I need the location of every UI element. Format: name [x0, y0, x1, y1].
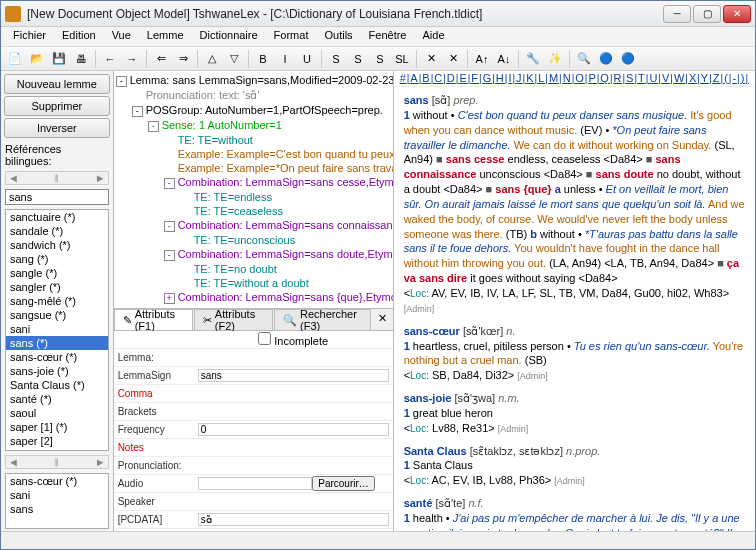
list-item[interactable]: sangle (*)	[6, 266, 108, 280]
list-item[interactable]: Santa Claus (*)	[6, 378, 108, 392]
menu-outils[interactable]: Outils	[316, 27, 360, 46]
list-item[interactable]: saper [1] (*)	[6, 420, 108, 434]
tree-toggle[interactable]: -	[164, 250, 175, 261]
list-item[interactable]: sans-joie (*)	[6, 364, 108, 378]
tree-toggle[interactable]: +	[164, 293, 175, 304]
tree-node[interactable]: Example: Example=C'est bon quand tu peux…	[178, 148, 393, 160]
tree-node[interactable]: Combination: LemmaSign=sans cesse,Etymol…	[178, 176, 393, 188]
list-item[interactable]: sang-mêlé (*)	[6, 294, 108, 308]
alpha-link[interactable]: )	[741, 72, 746, 84]
attr-input[interactable]	[198, 513, 389, 526]
tree-toggle[interactable]: -	[164, 221, 175, 232]
list-item[interactable]: sans-cœur (*)	[6, 350, 108, 364]
toolbar-button[interactable]: S	[348, 49, 368, 69]
attr-input[interactable]	[198, 477, 313, 490]
alpha-link[interactable]: E	[459, 72, 467, 84]
toolbar-button[interactable]: 🔵	[596, 49, 616, 69]
list-item[interactable]: sani	[6, 488, 108, 502]
toolbar-button[interactable]: ✕	[421, 49, 441, 69]
menu-lemme[interactable]: Lemme	[139, 27, 192, 46]
tree-node[interactable]: POSGroup: AutoNumber=1,PartOfSpeech=prep…	[146, 104, 383, 116]
toolbar-button[interactable]: 🔧	[523, 49, 543, 69]
menu-fichier[interactable]: Fichier	[5, 27, 54, 46]
browse-button[interactable]: Parcourir…	[312, 476, 375, 491]
new-lemma-button[interactable]: Nouveau lemme	[4, 74, 110, 94]
alpha-link[interactable]: #	[400, 72, 407, 84]
tab[interactable]: 🔍Rechercher (F3)	[274, 309, 371, 330]
tree-toggle[interactable]: -	[148, 121, 159, 132]
toolbar-button[interactable]: △	[202, 49, 222, 69]
toolbar-button[interactable]: A↑	[472, 49, 492, 69]
toolbar-button[interactable]: ✕	[443, 49, 463, 69]
attr-input[interactable]	[198, 423, 389, 436]
delete-button[interactable]: Supprimer	[4, 96, 110, 116]
incomplete-checkbox[interactable]	[258, 332, 271, 345]
tree-node[interactable]: TE: TE=endless	[194, 191, 272, 203]
alpha-link[interactable]: C	[434, 72, 443, 84]
alpha-link[interactable]: T	[638, 72, 646, 84]
toolbar-button[interactable]: S	[370, 49, 390, 69]
alpha-link[interactable]: Z	[713, 72, 721, 84]
alpha-link[interactable]: V	[662, 72, 670, 84]
scroll-stub[interactable]: ◄⫴►	[5, 171, 109, 185]
alpha-link[interactable]: J	[516, 72, 523, 84]
list-item[interactable]: sani	[6, 322, 108, 336]
tree-node[interactable]: TE: TE=no doubt	[194, 263, 277, 275]
alpha-link[interactable]: H	[496, 72, 505, 84]
alpha-link[interactable]: X	[689, 72, 697, 84]
toolbar-button[interactable]: 🔍	[574, 49, 594, 69]
tree-node[interactable]: TE: TE=without a doubt	[194, 277, 309, 289]
toolbar-button[interactable]: U	[297, 49, 317, 69]
list-item[interactable]: saper [2]	[6, 434, 108, 448]
list-item[interactable]: sandwich (*)	[6, 238, 108, 252]
tree-node[interactable]: Example: Example=*On peut faire sans tra…	[178, 162, 393, 174]
list-item[interactable]: sangsue (*)	[6, 308, 108, 322]
menu-dictionnaire[interactable]: Dictionnaire	[192, 27, 266, 46]
alpha-link[interactable]: I	[508, 72, 512, 84]
alpha-link[interactable]: O	[575, 72, 585, 84]
tree-toggle[interactable]: -	[116, 76, 127, 87]
alpha-link[interactable]: R	[614, 72, 623, 84]
toolbar-button[interactable]: A↓	[494, 49, 514, 69]
alpha-link[interactable]: N	[563, 72, 572, 84]
tree-node[interactable]: Pronunciation: text: 'sɑ̃'	[146, 89, 260, 101]
toolbar-button[interactable]: →	[122, 49, 142, 69]
toolbar-button[interactable]: 📂	[27, 49, 47, 69]
alpha-link[interactable]: P	[588, 72, 596, 84]
toolbar-button[interactable]: 🖶	[71, 49, 91, 69]
inverse-button[interactable]: Inverser	[4, 118, 110, 138]
alpha-link[interactable]: A	[410, 72, 418, 84]
alpha-link[interactable]: -	[732, 72, 737, 84]
tab-close[interactable]: ✕	[372, 309, 393, 330]
maximize-button[interactable]: ▢	[693, 5, 721, 23]
list-item[interactable]: saoul	[6, 406, 108, 420]
alpha-index[interactable]: #|A|B|C|D|E|F|G|H|I|J|K|L|M|N|O|P|Q|R|S|…	[394, 71, 755, 87]
menu-aide[interactable]: Aide	[415, 27, 453, 46]
attr-input[interactable]	[198, 369, 389, 382]
ref-list[interactable]: sans-cœur (*)sanisans	[5, 473, 109, 529]
toolbar-button[interactable]: ▽	[224, 49, 244, 69]
alpha-link[interactable]: Y	[701, 72, 709, 84]
list-item[interactable]: santé (*)	[6, 392, 108, 406]
toolbar-button[interactable]: S	[326, 49, 346, 69]
list-item[interactable]: sans (*)	[6, 336, 108, 350]
search-input[interactable]	[5, 189, 109, 205]
list-item[interactable]: sang (*)	[6, 252, 108, 266]
alpha-link[interactable]: W	[674, 72, 685, 84]
tree-toggle[interactable]: -	[164, 178, 175, 189]
tree-node[interactable]: Sense: 1 AutoNumber=1	[162, 119, 282, 131]
tab[interactable]: ✎Attributs (F1)	[114, 309, 193, 330]
tree-node[interactable]: Lemma: sans LemmaSign=sans,Modified=2009…	[130, 74, 393, 86]
alpha-link[interactable]: B	[422, 72, 430, 84]
toolbar-button[interactable]: SL	[392, 49, 412, 69]
menu-fenêtre[interactable]: Fenêtre	[361, 27, 415, 46]
toolbar-button[interactable]: ←	[100, 49, 120, 69]
list-item[interactable]: sans-cœur (*)	[6, 474, 108, 488]
toolbar-button[interactable]: ⇒	[173, 49, 193, 69]
menu-format[interactable]: Format	[266, 27, 317, 46]
list-item[interactable]: sapré (*)	[6, 448, 108, 451]
alpha-link[interactable]: D	[447, 72, 456, 84]
alpha-link[interactable]: U	[649, 72, 658, 84]
tree-toggle[interactable]: -	[132, 106, 143, 117]
scroll-stub-2[interactable]: ◄⫴►	[5, 455, 109, 469]
